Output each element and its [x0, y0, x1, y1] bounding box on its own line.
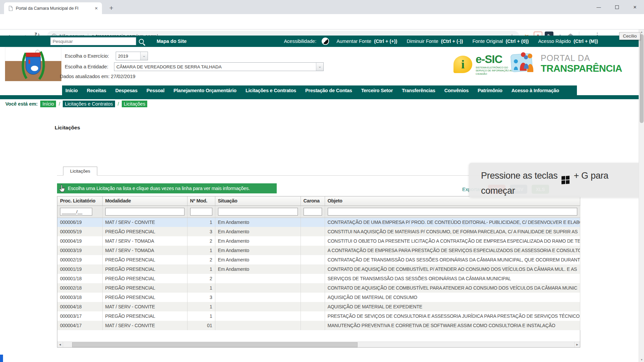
main-navigation: InícioReceitasDespesasPessoalPlanejament…	[62, 85, 577, 95]
breadcrumb-item[interactable]: Licitações	[122, 101, 147, 107]
table-row[interactable]: 000003/18PREGÃO PRESENCIAL3AQUISIÇÃO DE …	[57, 293, 580, 302]
entity-value: CÂMARA DE VEREADORES DE SERRA TALHADA	[114, 64, 316, 69]
table-row[interactable]: 000004/19MAT / SERV - TOMADA2Em Andament…	[57, 236, 580, 246]
cell-mod: 3	[187, 293, 215, 302]
cell-objeto: A CONTRATAÇÃO DE EMPRESA PARA PRESTAÇÃO …	[325, 246, 580, 255]
cell-mod: 1	[187, 218, 215, 227]
contrast-icon[interactable]	[322, 38, 329, 45]
nav-item-convenios[interactable]: Convênios	[444, 88, 469, 93]
nav-item-planejamento-orcamentario[interactable]: Planejamento Orçamentário	[173, 88, 236, 93]
nav-item-terceiro-setor[interactable]: Terceiro Setor	[361, 88, 393, 93]
column-header[interactable]: Modalidade	[102, 196, 187, 205]
breadcrumb-item[interactable]: Início	[40, 101, 56, 107]
accessibility-option-label: Diminuir Fonte	[407, 39, 439, 44]
cell-carona	[301, 283, 325, 293]
window-minimize-button[interactable]: —	[590, 0, 608, 14]
cell-modalidade: MAT / SERV - CONVITE	[102, 321, 187, 330]
cell-objeto: CONTRATO DE AQUISIÇÃO DE COMBUSTÍVEL P/ …	[325, 264, 580, 274]
column-header[interactable]: Carona	[301, 196, 325, 205]
table-row[interactable]: 000001/18PREGÃO PRESENCIAL2SERVIÇOS DE T…	[57, 274, 580, 283]
breadcrumb-item[interactable]: Licitações e Contratos	[63, 101, 115, 107]
filter-input-2[interactable]	[105, 208, 184, 216]
cell-mod: 2	[187, 236, 215, 246]
filter-input-3[interactable]	[190, 208, 212, 216]
gamebar-overlay: Pressione as teclas+ G para começar	[469, 163, 644, 197]
nav-item-despesas[interactable]: Despesas	[115, 88, 138, 93]
cell-mod: 2	[187, 255, 215, 264]
table-row[interactable]: 000003/19MAT / SERV - TOMADA1Em Andament…	[57, 246, 580, 255]
table-row[interactable]: 000002/19PREGÃO PRESENCIAL2Em AndamentoC…	[57, 255, 580, 264]
cell-proc: 000001/18	[57, 274, 102, 283]
entity-select[interactable]: CÂMARA DE VEREADORES DE SERRA TALHADA ⌄	[114, 62, 324, 71]
scrollbar-thumb[interactable]	[640, 34, 644, 123]
nav-item-pessoal[interactable]: Pessoal	[147, 88, 164, 93]
breadcrumb-separator: /	[59, 101, 60, 107]
nav-item-patrimonio[interactable]: Patrimônio	[478, 88, 502, 93]
table-row[interactable]: 000005/19PREGÃO PRESENCIAL3Em AndamentoC…	[57, 227, 580, 236]
column-header[interactable]: Situação	[215, 196, 301, 205]
nav-item-transferencias[interactable]: Transferências	[402, 88, 435, 93]
browser-tabstrip: Portal da Camara Municipal de Fl ✕ + — ✕	[0, 0, 644, 14]
cell-objeto: AQUISIÇÃO DE MATERIAL DE CONSUMO	[325, 293, 580, 302]
browser-tab[interactable]: Portal da Camara Municipal de Fl ✕	[4, 2, 102, 14]
accessibility-option[interactable]: Diminuir Fonte (Ctrl + (-))	[407, 39, 463, 44]
esic-logo: i e-SIC SISTEMA ELETRÔNICO DO SERVIÇO DE…	[453, 53, 519, 75]
tab-close-icon[interactable]: ✕	[93, 5, 99, 11]
nav-item-receitas[interactable]: Receitas	[87, 88, 106, 93]
gamebar-text-1: Pressione as teclas	[481, 171, 557, 181]
cell-carona	[301, 255, 325, 264]
window-close-button[interactable]: ✕	[626, 0, 644, 14]
table-row[interactable]: 000001/19PREGÃO PRESENCIAL1Em AndamentoC…	[57, 264, 580, 274]
nav-item-acesso-a-informacao[interactable]: Acesso à Informação	[512, 88, 559, 93]
site-map-link[interactable]: Mapa do Site	[157, 39, 186, 44]
cell-carona	[301, 264, 325, 274]
tab-licitacoes[interactable]: Licitações	[63, 167, 97, 176]
new-tab-button[interactable]: +	[107, 3, 116, 13]
column-header[interactable]: Proc. Licitatório	[57, 196, 102, 205]
cell-situacao	[215, 321, 301, 330]
table-row[interactable]: 000004/18MAT / SERV - CONVITE1AQUISIÇÃO …	[57, 302, 580, 311]
scroll-right-icon[interactable]: ►	[574, 342, 580, 347]
filter-input-4[interactable]	[218, 208, 298, 216]
filter-input-6[interactable]	[328, 208, 577, 216]
search-input[interactable]	[50, 37, 136, 45]
filter-input-1[interactable]	[60, 208, 92, 216]
accessibility-option[interactable]: Acesso Rápido (Ctrl + (M))	[538, 39, 598, 44]
gamebar-text-3: começar	[481, 186, 515, 196]
accessibility-option[interactable]: Fonte Original (Ctrl + (0))	[472, 39, 529, 44]
nav-item-inicio[interactable]: Início	[65, 88, 78, 93]
cell-situacao	[215, 283, 301, 293]
column-header[interactable]: Objeto	[325, 196, 580, 205]
cell-carona	[301, 293, 325, 302]
table-row[interactable]: 000006/19MAT / SERV - CONVITE1Em Andamen…	[57, 218, 580, 227]
cell-objeto: CONSTITUI O OBJETO DA PRESENTE LICITAÇÃO…	[325, 236, 580, 246]
scrollbar-thumb[interactable]	[72, 342, 358, 347]
exercise-select[interactable]: 2019 ⌄	[116, 52, 148, 60]
cell-modalidade: MAT / SERV - TOMADA	[102, 236, 187, 246]
cell-objeto: AQUISIÇÃO DE MATERIAL DE EXPEDIENTE	[325, 302, 580, 311]
accessibility-option[interactable]: Aumentar Fonte (Ctrl + (+))	[336, 39, 397, 44]
portal-transparencia-logo: PORTAL DA TRANSPARÊNCIA	[511, 51, 622, 76]
table-row[interactable]: 000004/17MAT / SERV - CONVITE01MANUTENÇÃ…	[57, 321, 580, 330]
filter-cell	[215, 205, 301, 218]
scroll-down-icon[interactable]: ▾	[639, 358, 644, 361]
cell-proc: 000004/17	[57, 321, 102, 330]
vertical-scrollbar[interactable]: ▴ ▾	[639, 29, 644, 362]
nav-item-prestacao-de-contas[interactable]: Prestação de Contas	[305, 88, 352, 93]
table-row[interactable]: 000003/17PREGÃO PRESENCIAL1PRESTAÇÃO DE …	[57, 311, 580, 321]
nav-item-licitacoes-e-contratos[interactable]: Licitações e Contratos	[246, 88, 296, 93]
filter-input-5[interactable]	[304, 208, 322, 216]
horizontal-scrollbar[interactable]: ◄ ►	[57, 342, 580, 347]
table-row[interactable]: 000002/18PREGÃO PRESENCIAL1CONTRATO DE A…	[57, 283, 580, 293]
cell-modalidade: PREGÃO PRESENCIAL	[102, 264, 187, 274]
column-header[interactable]: Nº Mod.	[187, 196, 215, 205]
window-maximize-button[interactable]	[608, 0, 626, 14]
cell-objeto: CONTRATAÇÃO DE UMA EMPRESA P/ PROD. DE C…	[325, 218, 580, 227]
search-icon[interactable]	[139, 39, 144, 44]
cell-modalidade: PREGÃO PRESENCIAL	[102, 274, 187, 283]
cell-situacao	[215, 274, 301, 283]
cell-situacao	[215, 302, 301, 311]
scroll-left-icon[interactable]: ◄	[57, 342, 63, 347]
cell-proc: 000003/17	[57, 311, 102, 321]
cell-modalidade: PREGÃO PRESENCIAL	[102, 293, 187, 302]
